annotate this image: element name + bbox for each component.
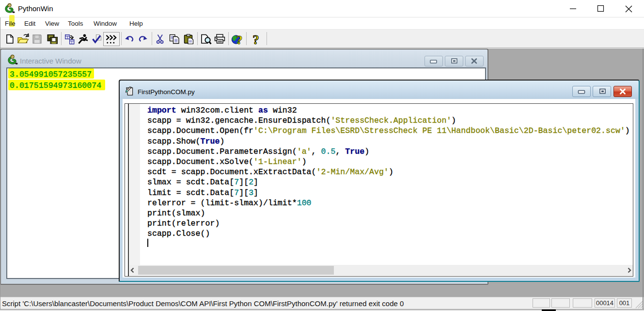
svg-text:?: ? <box>252 33 259 47</box>
svg-text:?: ? <box>236 33 243 47</box>
